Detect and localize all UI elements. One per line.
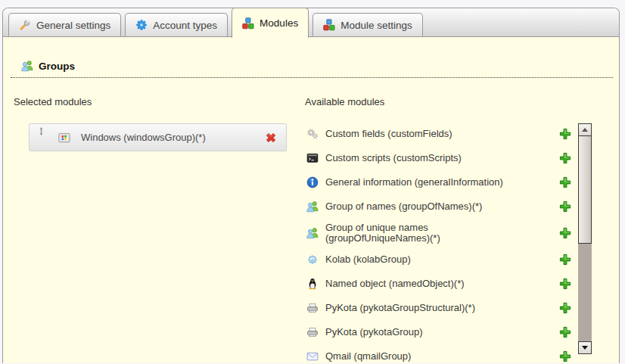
add-plus-icon bbox=[559, 176, 571, 188]
module-label: Group of names (groupOfNames)(*) bbox=[325, 201, 559, 212]
cubes-icon bbox=[323, 19, 335, 31]
tab-label: Modules bbox=[260, 17, 298, 29]
section-title: Groups bbox=[39, 61, 75, 72]
add-plus-icon bbox=[559, 227, 571, 239]
module-label: Custom fields (customFields) bbox=[325, 129, 559, 139]
tab-modules[interactable]: Modules bbox=[232, 8, 309, 38]
list-item: PyKota (pykotaGroup) bbox=[306, 320, 576, 344]
scrollbar-thumb[interactable] bbox=[578, 136, 592, 244]
remove-module-button[interactable] bbox=[265, 132, 277, 144]
list-item: Group of names (groupOfNames)(*) bbox=[306, 194, 576, 219]
list-item: Qmail (qmailGroup) bbox=[306, 344, 576, 364]
add-plus-icon bbox=[559, 278, 571, 290]
add-module-button[interactable] bbox=[559, 176, 571, 188]
settings-panel: General settings Account types Modules M… bbox=[2, 8, 620, 363]
terminal-icon bbox=[306, 152, 319, 164]
module-label: Named object (namedObject)(*) bbox=[325, 278, 559, 289]
blue-gear-icon bbox=[135, 19, 148, 31]
group-persons-icon bbox=[21, 60, 33, 72]
list-item: General information (generalInformation) bbox=[306, 170, 576, 194]
tab-general-settings[interactable]: General settings bbox=[8, 13, 121, 36]
penguin-icon bbox=[306, 278, 319, 290]
selected-module-row: Windows (windowsGroup)(*) bbox=[29, 123, 287, 151]
groups-section-heading: Groups bbox=[11, 60, 613, 78]
mail-icon bbox=[306, 350, 319, 362]
add-module-button[interactable] bbox=[559, 152, 571, 164]
add-plus-icon bbox=[559, 201, 571, 213]
add-module-button[interactable] bbox=[559, 254, 571, 266]
add-plus-icon bbox=[559, 254, 571, 266]
add-module-button[interactable] bbox=[559, 227, 571, 239]
tab-module-settings[interactable]: Module settings bbox=[312, 13, 423, 36]
module-label: Group of unique names(groupOfUniqueNames… bbox=[325, 222, 559, 244]
printer-icon bbox=[306, 302, 319, 314]
module-label: General information (generalInformation) bbox=[325, 177, 559, 188]
red-cross-icon bbox=[265, 132, 277, 144]
config-page: General settings Account types Modules M… bbox=[0, 0, 625, 364]
list-item: Custom scripts (customScripts) bbox=[306, 146, 576, 170]
add-module-button[interactable] bbox=[559, 350, 571, 362]
tab-label: Module settings bbox=[340, 20, 412, 31]
windows-icon bbox=[58, 132, 70, 144]
list-item: Named object (namedObject)(*) bbox=[306, 272, 576, 296]
add-plus-icon bbox=[559, 302, 571, 314]
tab-bar: General settings Account types Modules M… bbox=[3, 8, 619, 37]
scrollbar-track[interactable] bbox=[578, 244, 592, 341]
updown-arrow-icon bbox=[36, 126, 46, 136]
selected-modules-label: Selected modules bbox=[14, 96, 92, 107]
add-module-button[interactable] bbox=[559, 326, 571, 338]
add-module-button[interactable] bbox=[559, 302, 571, 314]
module-label: Custom scripts (customScripts) bbox=[325, 153, 559, 163]
add-plus-icon bbox=[559, 350, 571, 362]
gears-icon bbox=[306, 128, 319, 140]
add-plus-icon bbox=[559, 152, 571, 164]
add-module-button[interactable] bbox=[559, 278, 571, 290]
module-label: Kolab (kolabGroup) bbox=[325, 254, 559, 265]
scroll-up-button[interactable] bbox=[578, 123, 592, 136]
wrench-icon bbox=[19, 19, 31, 31]
drag-handle[interactable] bbox=[36, 123, 46, 153]
triangle-down-icon bbox=[582, 346, 588, 350]
info-icon bbox=[306, 176, 319, 188]
list-item: Group of unique names(groupOfUniqueNames… bbox=[306, 219, 576, 247]
add-plus-icon bbox=[559, 326, 571, 338]
cubes-icon bbox=[242, 17, 254, 30]
available-modules-list: Custom fields (customFields) Custom scri… bbox=[306, 122, 576, 364]
tab-account-types[interactable]: Account types bbox=[125, 13, 228, 36]
tab-label: Account types bbox=[153, 20, 217, 31]
selected-module-label: Windows (windowsGroup)(*) bbox=[81, 132, 265, 143]
list-item: Kolab (kolabGroup) bbox=[306, 247, 576, 272]
tab-label: General settings bbox=[36, 20, 110, 31]
module-label: Qmail (qmailGroup) bbox=[325, 351, 559, 362]
module-label: PyKota (pykotaGroupStructural)(*) bbox=[325, 303, 559, 313]
list-item: PyKota (pykotaGroupStructural)(*) bbox=[306, 296, 576, 320]
available-modules-label: Available modules bbox=[305, 96, 384, 107]
add-plus-icon bbox=[559, 128, 571, 140]
printer-icon bbox=[306, 326, 319, 338]
kolab-gear-icon bbox=[306, 254, 319, 266]
add-module-button[interactable] bbox=[559, 128, 571, 140]
module-label: PyKota (pykotaGroup) bbox=[325, 327, 559, 338]
group-persons-icon bbox=[306, 227, 319, 239]
list-item: Custom fields (customFields) bbox=[306, 122, 576, 146]
add-module-button[interactable] bbox=[559, 201, 571, 213]
vertical-scrollbar bbox=[578, 123, 592, 354]
triangle-up-icon bbox=[582, 128, 588, 132]
scroll-down-button[interactable] bbox=[578, 341, 592, 354]
group-persons-icon bbox=[306, 201, 319, 213]
